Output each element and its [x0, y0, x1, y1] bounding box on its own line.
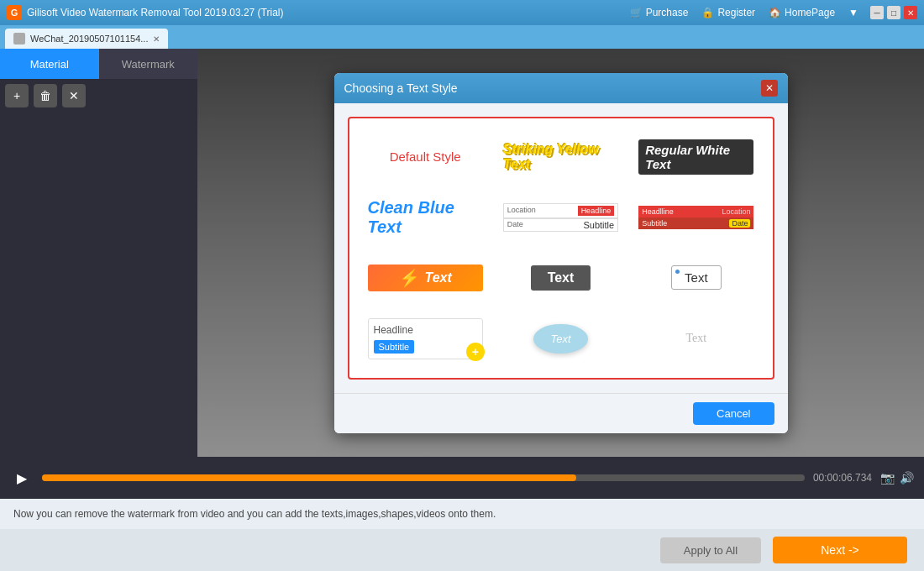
- style-headline[interactable]: Headline Subtitle +: [363, 313, 488, 364]
- tab-icon: [13, 33, 25, 45]
- app-title: Gilisoft Video Watermark Removal Tool 20…: [27, 7, 625, 18]
- purchase-link[interactable]: 🛒 Purchase: [630, 7, 689, 18]
- info-message: Now you can remove the watermark from vi…: [13, 508, 496, 520]
- style-default[interactable]: Default Style: [363, 132, 488, 182]
- camera-icon[interactable]: 📷: [880, 471, 895, 485]
- homepage-link[interactable]: 🏠 HomePage: [769, 7, 835, 18]
- sidebar-tab-material[interactable]: Material: [0, 49, 99, 79]
- sidebar-tab-watermark[interactable]: Watermark: [99, 49, 198, 79]
- dropdown-icon[interactable]: ▼: [848, 7, 858, 18]
- video-area: Choosing a Text Style ✕ Default Style St…: [197, 49, 924, 457]
- style-yellow-label: Striking Yellow Text: [503, 142, 618, 172]
- style-gray-label: Text: [531, 265, 591, 291]
- subtitle2-row2: Subtitle Date: [638, 217, 753, 229]
- style-plain[interactable]: Text: [633, 253, 759, 303]
- add-material-button[interactable]: +: [5, 84, 29, 107]
- subtitle1-row2: Date Subtitle: [503, 218, 618, 232]
- bubble-box: Text: [503, 324, 618, 354]
- subtitle2-box: Headlline Location Subtitle Date: [638, 206, 753, 229]
- cart-icon: 🛒: [630, 7, 643, 18]
- cancel-button[interactable]: Cancel: [693, 402, 774, 425]
- subtitle1-box: Location Headline Date Subtitle: [503, 203, 618, 232]
- minimize-button[interactable]: ─: [870, 6, 884, 19]
- window-controls: ─ □ ✕: [870, 6, 917, 19]
- style-gray[interactable]: Text: [498, 253, 623, 303]
- home-icon: 🏠: [769, 7, 781, 18]
- app-icon: G: [7, 5, 22, 20]
- dialog-footer: Cancel: [334, 393, 788, 433]
- style-blue[interactable]: Clean Blue Text: [363, 192, 488, 243]
- play-button[interactable]: ▶: [10, 466, 34, 490]
- sidebar-tabs: Material Watermark: [0, 49, 197, 79]
- volume-icon[interactable]: 🔊: [900, 471, 914, 485]
- subtitle2-row1: Headlline Location: [638, 206, 753, 217]
- delete-material-button[interactable]: 🗑: [34, 84, 57, 107]
- info-bar: Now you can remove the watermark from vi…: [0, 499, 924, 529]
- style-grid: Default Style Striking Yellow Text Regul…: [348, 117, 774, 380]
- add-icon: +: [466, 343, 485, 361]
- plain-text-box: Text: [671, 265, 722, 290]
- timeline-progress: [42, 474, 576, 481]
- style-bubble[interactable]: Text: [498, 313, 623, 364]
- style-white-label: Regular White Text: [638, 139, 753, 175]
- tab-wechat[interactable]: WeChat_20190507101154... ✕: [5, 29, 168, 49]
- close-button[interactable]: ✕: [904, 6, 917, 19]
- subtitle1-row1: Location Headline: [503, 203, 618, 218]
- action-bar: Apply to All Next ->: [0, 529, 924, 571]
- title-bar-actions: 🛒 Purchase 🔒 Register 🏠 HomePage ▼: [630, 7, 858, 18]
- sidebar-actions: + 🗑 ✕: [0, 79, 197, 113]
- headline-title: Headline: [374, 324, 477, 336]
- style-yellow[interactable]: Striking Yellow Text: [498, 132, 623, 182]
- plain-text-label: Text: [685, 270, 708, 285]
- vlog-text-label: Text: [425, 270, 452, 286]
- style-subtitle1[interactable]: Location Headline Date Subtitle: [498, 192, 623, 243]
- style-vlog[interactable]: ⚡ Text: [363, 253, 488, 303]
- controls-area: ▶ 00:00:06.734 📷 🔊: [0, 457, 924, 499]
- style-subtitle2[interactable]: Headlline Location Subtitle Date: [633, 192, 759, 243]
- lock-icon: 🔒: [701, 7, 714, 18]
- apply-to-all-button[interactable]: Apply to All: [660, 537, 761, 563]
- decorative-text-label: Text: [685, 332, 706, 345]
- timeline[interactable]: [42, 474, 805, 481]
- plain-dot: [675, 270, 680, 274]
- sidebar: Material Watermark + 🗑 ✕: [0, 49, 197, 457]
- style-white[interactable]: Regular White Text: [633, 132, 759, 182]
- title-bar: G Gilisoft Video Watermark Removal Tool …: [0, 0, 924, 25]
- restore-button[interactable]: □: [887, 6, 900, 19]
- dialog-title: Choosing a Text Style: [344, 81, 458, 95]
- vlog-box: ⚡ Text: [368, 265, 483, 291]
- main-content: Material Watermark + 🗑 ✕ Choosing a Text…: [0, 49, 924, 457]
- style-decorative[interactable]: Text: [633, 313, 759, 364]
- controls-icons: 📷 🔊: [880, 471, 914, 485]
- time-display: 00:00:06.734: [813, 472, 872, 484]
- style-blue-label: Clean Blue Text: [368, 198, 483, 237]
- bubble-text: Text: [533, 324, 587, 354]
- clear-material-button[interactable]: ✕: [62, 84, 86, 107]
- tab-close-button[interactable]: ✕: [153, 34, 160, 44]
- style-default-label: Default Style: [390, 149, 461, 164]
- decorative-box: Text: [685, 332, 706, 345]
- tab-bar: WeChat_20190507101154... ✕: [0, 25, 924, 49]
- text-style-dialog: Choosing a Text Style ✕ Default Style St…: [334, 73, 788, 433]
- headline-subtitle: Subtitle: [374, 340, 415, 354]
- next-button[interactable]: Next ->: [773, 537, 907, 563]
- dialog-overlay: Choosing a Text Style ✕ Default Style St…: [197, 49, 924, 457]
- register-link[interactable]: 🔒 Register: [701, 7, 755, 18]
- vlog-icon: ⚡: [399, 268, 420, 288]
- dialog-body: Default Style Striking Yellow Text Regul…: [334, 103, 788, 393]
- dialog-close-button[interactable]: ✕: [761, 80, 778, 97]
- dialog-header: Choosing a Text Style ✕: [334, 73, 788, 103]
